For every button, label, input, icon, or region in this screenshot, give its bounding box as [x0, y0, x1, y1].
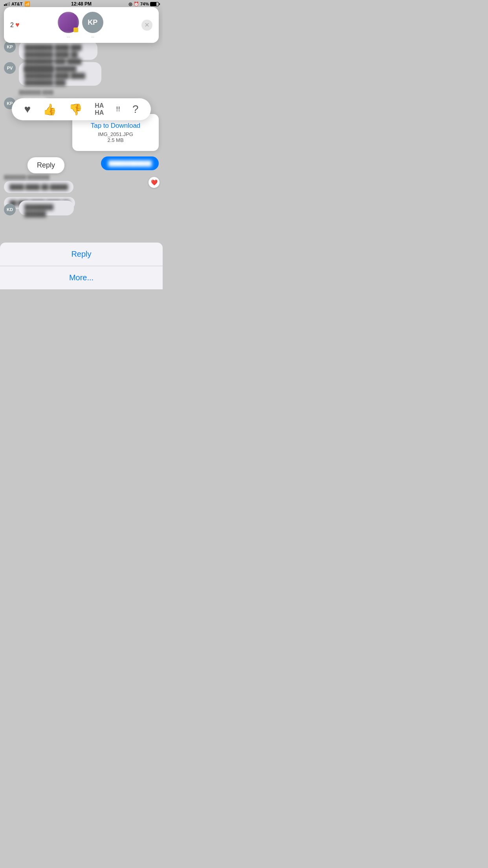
avatar-pv: PV: [4, 62, 16, 74]
reaction-heart[interactable]: ♥: [24, 103, 31, 116]
status-left: AT&T 📶: [4, 1, 30, 7]
status-time: 12:48 PM: [71, 1, 92, 7]
avatar-kd: KD: [4, 204, 16, 215]
status-bar: AT&T 📶 12:48 PM ◎ ⏰ 74%: [0, 0, 163, 8]
reaction-haha[interactable]: HAHA: [95, 102, 104, 116]
bubble-pv: ████████ ██████ ████████ ████ ██████████…: [19, 62, 101, 86]
bubble-kp-1: ████████ ████ ███ ████████ ████ ████████…: [19, 41, 97, 60]
reaction-question[interactable]: ?: [132, 103, 139, 116]
blurred-sent-text: ████████████: [108, 160, 152, 166]
heart-icon: ♥: [15, 21, 20, 29]
message-row-kd: KD ████████ ██████: [4, 200, 74, 215]
location-icon: ◎: [128, 2, 132, 7]
reaction-exclaim[interactable]: !!: [116, 106, 120, 113]
file-name: IMG_2051.JPG: [98, 131, 133, 137]
alarm-icon: ⏰: [134, 2, 139, 7]
battery-icon: [150, 2, 159, 6]
avatar-badge: [73, 28, 78, 32]
small-bubble-1: ████ ████ ██ █████: [4, 181, 73, 193]
battery-pct: 74%: [140, 2, 149, 6]
avatar-initials-2: KP: [82, 12, 103, 33]
reactions-popup: 2 ♥ ... KP ... ×: [4, 7, 159, 43]
blurred-text-pv: ████████ ██████ ████████ ████ ██████████…: [24, 65, 96, 83]
timestamp-pv: ████████ ████: [19, 90, 53, 94]
avatar-wrapper-1: ...: [58, 12, 79, 38]
bubble-kd: ████████ ██████: [19, 200, 74, 215]
wifi-icon: 📶: [24, 1, 30, 7]
close-button[interactable]: ×: [141, 20, 152, 31]
small-label: ████████ ████████: [4, 175, 75, 179]
signal-bars: [4, 2, 10, 6]
sent-bubble-right: ████████████: [101, 156, 159, 170]
avatar-wrapper-2: KP ...: [82, 12, 103, 38]
battery-fill: [150, 2, 156, 6]
blurred-text: ████████ ████ ███ ████████ ████ ████████…: [24, 44, 92, 57]
tap-to-download-text[interactable]: Tap to Download: [91, 122, 141, 130]
message-row-pv: PV ████████ ██████ ████████ ████ ███████…: [4, 62, 159, 86]
avatar-photo-1: [58, 12, 79, 33]
reaction-number: 2: [10, 22, 14, 29]
heart-reaction-badge: ❤️: [149, 177, 160, 188]
blurred-kd: ████████ ██████: [24, 204, 68, 212]
action-sheet: Reply More...: [0, 243, 163, 289]
reply-float-button[interactable]: Reply: [28, 157, 64, 173]
reaction-thumbsup[interactable]: 👍: [43, 103, 57, 116]
emoji-reaction-bar[interactable]: ♥ 👍 👎 HAHA !! ?: [12, 98, 151, 120]
status-right: ◎ ⏰ 74%: [128, 2, 159, 7]
avatar-label-1: ...: [67, 34, 70, 38]
file-size: 2.5 MB: [107, 137, 123, 143]
reaction-avatars: ... KP ...: [20, 12, 141, 38]
action-more[interactable]: More...: [0, 266, 163, 289]
avatar-label-2: ...: [91, 34, 94, 38]
small-blurred-1: ████ ████ ██ █████: [9, 184, 68, 190]
carrier-label: AT&T: [11, 2, 23, 6]
reaction-thumbsdown[interactable]: 👎: [69, 103, 83, 116]
reactions-count: 2 ♥: [10, 21, 20, 29]
action-reply[interactable]: Reply: [0, 243, 163, 266]
message-row-kp-1: KP ████████ ████ ███ ████████ ████ █████…: [4, 41, 159, 60]
